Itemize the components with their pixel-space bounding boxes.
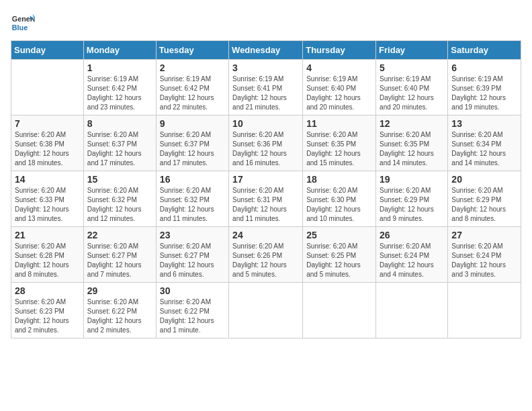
day-info: Sunrise: 6:20 AM Sunset: 6:27 PM Dayligh… [160,242,225,279]
day-info: Sunrise: 6:20 AM Sunset: 6:29 PM Dayligh… [451,186,517,224]
calendar-cell: 26Sunrise: 6:20 AM Sunset: 6:24 PM Dayli… [376,227,448,283]
day-number: 19 [380,174,444,185]
header-thursday: Thursday [303,41,376,60]
calendar-cell: 12Sunrise: 6:20 AM Sunset: 6:35 PM Dayli… [376,116,448,171]
calendar-cell: 7Sunrise: 6:20 AM Sunset: 6:38 PM Daylig… [11,116,84,171]
calendar-cell: 4Sunrise: 6:19 AM Sunset: 6:40 PM Daylig… [303,60,376,116]
day-info: Sunrise: 6:20 AM Sunset: 6:31 PM Dayligh… [232,186,299,224]
day-info: Sunrise: 6:20 AM Sunset: 6:37 PM Dayligh… [160,130,225,168]
calendar-cell: 1Sunrise: 6:19 AM Sunset: 6:42 PM Daylig… [83,60,156,116]
day-info: Sunrise: 6:20 AM Sunset: 6:25 PM Dayligh… [306,242,372,279]
calendar-cell [376,283,448,338]
calendar-cell: 25Sunrise: 6:20 AM Sunset: 6:25 PM Dayli… [303,227,376,283]
calendar-cell: 20Sunrise: 6:20 AM Sunset: 6:29 PM Dayli… [448,171,521,227]
day-number: 7 [15,118,80,129]
day-number: 13 [451,118,517,129]
day-number: 2 [160,62,225,73]
day-info: Sunrise: 6:20 AM Sunset: 6:36 PM Dayligh… [232,130,299,168]
day-number: 23 [160,230,225,240]
day-number: 6 [451,62,517,73]
day-number: 18 [306,174,372,185]
calendar-cell: 14Sunrise: 6:20 AM Sunset: 6:33 PM Dayli… [11,171,84,227]
day-number: 27 [451,230,517,240]
logo-icon: General Blue [11,11,35,35]
calendar-cell: 6Sunrise: 6:19 AM Sunset: 6:39 PM Daylig… [448,60,521,116]
page-header: General Blue [11,11,521,35]
day-number: 12 [380,118,444,129]
header-saturday: Saturday [448,41,521,60]
day-info: Sunrise: 6:19 AM Sunset: 6:42 PM Dayligh… [160,75,225,112]
day-info: Sunrise: 6:20 AM Sunset: 6:33 PM Dayligh… [15,186,80,224]
day-number: 16 [160,174,225,185]
header-monday: Monday [83,41,156,60]
day-info: Sunrise: 6:19 AM Sunset: 6:40 PM Dayligh… [306,75,372,112]
week-row-2: 7Sunrise: 6:20 AM Sunset: 6:38 PM Daylig… [11,116,521,171]
calendar-cell: 17Sunrise: 6:20 AM Sunset: 6:31 PM Dayli… [229,171,303,227]
calendar-table: SundayMondayTuesdayWednesdayThursdayFrid… [11,40,521,338]
day-info: Sunrise: 6:20 AM Sunset: 6:35 PM Dayligh… [306,130,372,168]
day-number: 24 [232,230,299,240]
day-info: Sunrise: 6:20 AM Sunset: 6:26 PM Dayligh… [232,242,299,279]
calendar-cell: 22Sunrise: 6:20 AM Sunset: 6:27 PM Dayli… [83,227,156,283]
week-row-5: 28Sunrise: 6:20 AM Sunset: 6:23 PM Dayli… [11,283,521,338]
calendar-cell: 27Sunrise: 6:20 AM Sunset: 6:24 PM Dayli… [448,227,521,283]
day-info: Sunrise: 6:20 AM Sunset: 6:29 PM Dayligh… [380,186,444,224]
day-info: Sunrise: 6:20 AM Sunset: 6:32 PM Dayligh… [160,186,225,224]
day-number: 30 [160,285,225,296]
logo: General Blue [11,11,40,35]
header-friday: Friday [376,41,448,60]
calendar-cell: 16Sunrise: 6:20 AM Sunset: 6:32 PM Dayli… [156,171,228,227]
day-info: Sunrise: 6:20 AM Sunset: 6:28 PM Dayligh… [15,242,80,279]
day-info: Sunrise: 6:19 AM Sunset: 6:39 PM Dayligh… [451,75,517,112]
day-number: 10 [232,118,299,129]
day-number: 17 [232,174,299,185]
calendar-cell: 15Sunrise: 6:20 AM Sunset: 6:32 PM Dayli… [83,171,156,227]
day-number: 9 [160,118,225,129]
day-number: 1 [87,62,152,73]
day-info: Sunrise: 6:20 AM Sunset: 6:24 PM Dayligh… [380,242,444,279]
week-row-4: 21Sunrise: 6:20 AM Sunset: 6:28 PM Dayli… [11,227,521,283]
day-number: 5 [380,62,444,73]
calendar-cell: 29Sunrise: 6:20 AM Sunset: 6:22 PM Dayli… [83,283,156,338]
day-info: Sunrise: 6:20 AM Sunset: 6:27 PM Dayligh… [87,242,152,279]
day-info: Sunrise: 6:19 AM Sunset: 6:40 PM Dayligh… [380,75,444,112]
day-number: 11 [306,118,372,129]
day-info: Sunrise: 6:20 AM Sunset: 6:32 PM Dayligh… [87,186,152,224]
header-sunday: Sunday [11,41,84,60]
calendar-cell: 21Sunrise: 6:20 AM Sunset: 6:28 PM Dayli… [11,227,84,283]
day-info: Sunrise: 6:19 AM Sunset: 6:41 PM Dayligh… [232,75,299,112]
calendar-cell: 30Sunrise: 6:20 AM Sunset: 6:22 PM Dayli… [156,283,228,338]
day-info: Sunrise: 6:20 AM Sunset: 6:23 PM Dayligh… [15,298,80,335]
day-number: 22 [87,230,152,240]
calendar-cell [11,60,84,116]
day-number: 21 [15,230,80,240]
calendar-cell [303,283,376,338]
day-info: Sunrise: 6:20 AM Sunset: 6:22 PM Dayligh… [87,298,152,335]
day-info: Sunrise: 6:20 AM Sunset: 6:22 PM Dayligh… [160,298,225,335]
day-number: 15 [87,174,152,185]
day-number: 25 [306,230,372,240]
calendar-cell: 28Sunrise: 6:20 AM Sunset: 6:23 PM Dayli… [11,283,84,338]
calendar-cell: 19Sunrise: 6:20 AM Sunset: 6:29 PM Dayli… [376,171,448,227]
day-number: 3 [232,62,299,73]
day-number: 14 [15,174,80,185]
week-row-1: 1Sunrise: 6:19 AM Sunset: 6:42 PM Daylig… [11,60,521,116]
calendar-cell: 2Sunrise: 6:19 AM Sunset: 6:42 PM Daylig… [156,60,228,116]
day-number: 26 [380,230,444,240]
day-number: 20 [451,174,517,185]
calendar-cell: 9Sunrise: 6:20 AM Sunset: 6:37 PM Daylig… [156,116,228,171]
calendar-cell: 11Sunrise: 6:20 AM Sunset: 6:35 PM Dayli… [303,116,376,171]
day-info: Sunrise: 6:20 AM Sunset: 6:37 PM Dayligh… [87,130,152,168]
svg-text:Blue: Blue [12,24,28,32]
day-info: Sunrise: 6:20 AM Sunset: 6:38 PM Dayligh… [15,130,80,168]
day-info: Sunrise: 6:20 AM Sunset: 6:30 PM Dayligh… [306,186,372,224]
calendar-cell [229,283,303,338]
day-info: Sunrise: 6:20 AM Sunset: 6:35 PM Dayligh… [380,130,444,168]
calendar-cell: 5Sunrise: 6:19 AM Sunset: 6:40 PM Daylig… [376,60,448,116]
week-row-3: 14Sunrise: 6:20 AM Sunset: 6:33 PM Dayli… [11,171,521,227]
header-tuesday: Tuesday [156,41,228,60]
day-info: Sunrise: 6:19 AM Sunset: 6:42 PM Dayligh… [87,75,152,112]
calendar-cell [448,283,521,338]
calendar-cell: 8Sunrise: 6:20 AM Sunset: 6:37 PM Daylig… [83,116,156,171]
day-number: 29 [87,285,152,296]
